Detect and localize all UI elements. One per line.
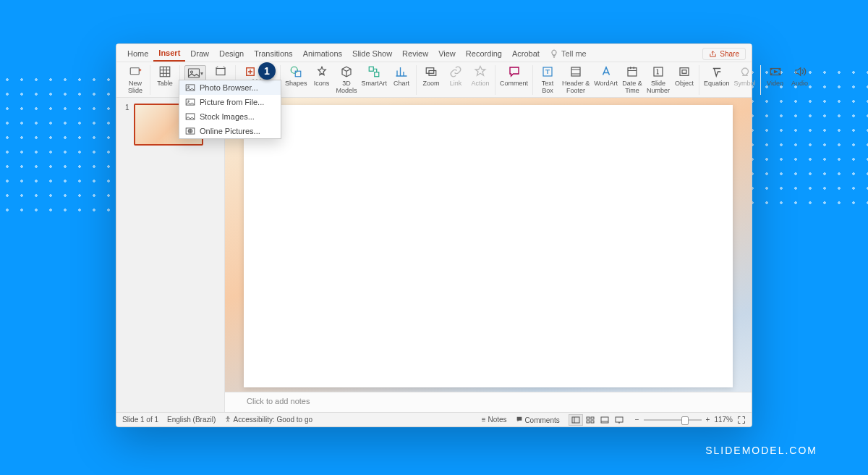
link-button[interactable]: Link xyxy=(446,65,466,87)
icons-button[interactable]: Icons xyxy=(312,65,332,87)
new-slide-button[interactable]: New Slide xyxy=(125,65,145,95)
thumbnail-number: 1 xyxy=(125,104,129,406)
zoom-button[interactable]: Zoom xyxy=(421,65,441,87)
wordart-button[interactable]: WordArt xyxy=(594,65,618,87)
new-slide-label: New Slide xyxy=(128,80,142,95)
share-icon xyxy=(709,50,717,58)
slide-canvas[interactable] xyxy=(244,105,733,387)
lightbulb-icon xyxy=(550,49,558,58)
smartart-label: SmartArt xyxy=(362,80,388,87)
tab-animations[interactable]: Animations xyxy=(298,46,347,61)
svg-rect-22 xyxy=(654,67,663,76)
dropdown-online-pictures[interactable]: Online Pictures... xyxy=(179,124,281,138)
tab-acrobat[interactable]: Acrobat xyxy=(507,46,545,61)
editor-area: Click to add notes xyxy=(225,98,752,412)
share-button[interactable]: Share xyxy=(702,48,746,60)
view-normal[interactable] xyxy=(569,414,583,426)
tab-transitions[interactable]: Transitions xyxy=(249,46,297,61)
symbol-button[interactable]: Symbol xyxy=(734,65,756,87)
fit-to-window-icon[interactable] xyxy=(737,416,746,424)
zoom-slider[interactable] xyxy=(644,419,702,421)
link-label: Link xyxy=(450,80,462,87)
zoom-in-button[interactable]: + xyxy=(706,416,710,424)
symbol-icon xyxy=(739,65,752,78)
view-sorter[interactable] xyxy=(583,414,597,426)
dropdown-picture-from-file[interactable]: Picture from File... xyxy=(179,95,281,109)
comment-icon xyxy=(508,65,521,78)
ribbon-toolbar: New Slide Table ▾ ▾ 1 xyxy=(116,62,752,98)
tab-insert[interactable]: Insert xyxy=(153,46,185,62)
shapes-button[interactable]: Shapes xyxy=(285,65,307,87)
online-pictures-icon xyxy=(185,127,195,135)
tell-me-search[interactable]: Tell me xyxy=(545,46,592,61)
svg-point-13 xyxy=(292,67,298,73)
audio-icon xyxy=(793,65,807,78)
dropdown-picture-file-label: Picture from File... xyxy=(200,98,264,106)
header-footer-label: Header & Footer xyxy=(562,80,590,95)
svg-rect-21 xyxy=(628,68,637,76)
svg-rect-2 xyxy=(189,69,200,77)
zoom-out-button[interactable]: − xyxy=(635,416,639,424)
svg-point-8 xyxy=(188,101,190,102)
3d-models-button[interactable]: 3D Models xyxy=(336,65,357,95)
svg-rect-32 xyxy=(601,417,608,423)
zoom-control: − + 117% xyxy=(635,416,746,424)
svg-rect-33 xyxy=(616,417,623,422)
tab-design[interactable]: Design xyxy=(214,46,249,61)
video-button[interactable]: Video xyxy=(765,65,786,87)
dropdown-photo-browser[interactable]: Photo Browser... xyxy=(179,80,281,95)
header-footer-button[interactable]: Header & Footer xyxy=(562,65,590,95)
chart-button[interactable]: Chart xyxy=(391,65,412,87)
tab-home[interactable]: Home xyxy=(122,46,153,61)
tab-review[interactable]: Review xyxy=(397,46,433,61)
svg-rect-30 xyxy=(587,421,590,423)
audio-button[interactable]: Audio xyxy=(790,65,810,87)
comment-button[interactable]: Comment xyxy=(500,65,528,87)
slide-thumbnails-panel: 1 xyxy=(116,98,225,412)
svg-rect-0 xyxy=(130,68,139,75)
status-notes-button[interactable]: ≡ Notes xyxy=(482,416,507,424)
svg-rect-16 xyxy=(375,72,379,77)
svg-rect-28 xyxy=(587,417,590,419)
tab-slideshow[interactable]: Slide Show xyxy=(347,46,397,61)
textbox-button[interactable]: Text Box xyxy=(537,65,558,95)
video-label: Video xyxy=(767,80,783,87)
slide-number-button[interactable]: Slide Number xyxy=(647,65,670,95)
status-bar: Slide 1 of 1 English (Brazil) Accessibil… xyxy=(116,412,752,426)
photo-browser-icon xyxy=(185,83,195,92)
table-label: Table xyxy=(157,80,173,87)
tab-recording[interactable]: Recording xyxy=(461,46,507,61)
pictures-dropdown: Photo Browser... Picture from File... St… xyxy=(179,80,281,139)
equation-icon xyxy=(710,65,723,78)
tab-view[interactable]: View xyxy=(433,46,461,61)
status-comments-button[interactable]: Comments xyxy=(516,416,560,424)
view-slideshow[interactable] xyxy=(612,414,626,426)
datetime-icon xyxy=(626,65,639,78)
stock-images-icon xyxy=(185,112,195,121)
svg-point-26 xyxy=(227,416,229,418)
object-button[interactable]: Object xyxy=(674,65,694,87)
status-language[interactable]: English (Brazil) xyxy=(167,416,216,424)
zoom-level[interactable]: 117% xyxy=(714,416,733,424)
action-label: Action xyxy=(472,80,490,87)
screenshot-icon xyxy=(214,65,227,78)
object-label: Object xyxy=(675,80,694,87)
view-reading[interactable] xyxy=(597,414,612,426)
cube-icon xyxy=(340,65,353,78)
pictures-icon xyxy=(187,67,200,80)
link-icon xyxy=(449,65,462,78)
action-button[interactable]: Action xyxy=(470,65,490,87)
symbol-label: Symbol xyxy=(734,80,756,87)
datetime-button[interactable]: Date & Time xyxy=(622,65,642,95)
tab-draw[interactable]: Draw xyxy=(185,46,214,61)
svg-rect-4 xyxy=(216,69,225,75)
smartart-button[interactable]: SmartArt xyxy=(362,65,388,87)
status-slide-count: Slide 1 of 1 xyxy=(122,416,158,424)
icons-label: Icons xyxy=(314,80,330,87)
notes-pane[interactable]: Click to add notes xyxy=(225,392,752,412)
step-badge-1: 1 xyxy=(258,62,276,80)
status-accessibility[interactable]: Accessibility: Good to go xyxy=(224,416,312,424)
table-button[interactable]: Table xyxy=(155,65,175,87)
dropdown-stock-images[interactable]: Stock Images... xyxy=(179,109,281,124)
equation-button[interactable]: Equation xyxy=(704,65,730,87)
